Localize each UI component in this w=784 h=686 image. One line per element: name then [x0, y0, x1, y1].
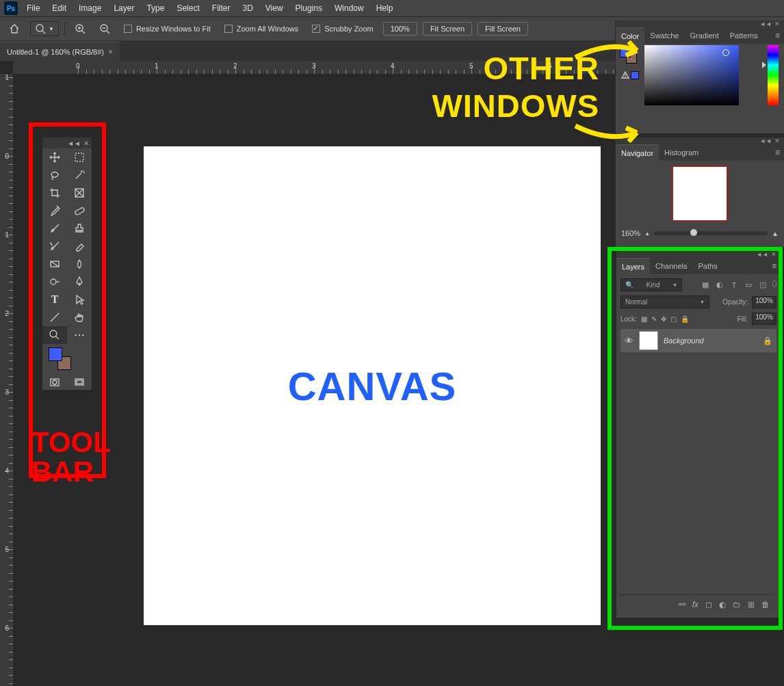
blur-tool[interactable]: [67, 255, 92, 273]
type-tool[interactable]: T: [42, 291, 67, 308]
eyedropper-tool[interactable]: [42, 202, 67, 220]
fill-screen-button[interactable]: Fill Screen: [478, 22, 528, 36]
opacity-input[interactable]: 100%: [752, 296, 776, 308]
filter-type-icon[interactable]: T: [729, 280, 739, 290]
zoom-tool-preset[interactable]: ▼: [30, 21, 59, 36]
layer-fx-icon[interactable]: fx: [692, 600, 698, 609]
filter-smart-icon[interactable]: ◫: [758, 280, 768, 290]
layer-item[interactable]: 👁 Background 🔒: [620, 329, 776, 352]
zoom-100-button[interactable]: 100%: [383, 22, 417, 36]
zoom-tool[interactable]: [42, 326, 67, 344]
fill-input[interactable]: 100%: [752, 313, 776, 325]
layer-name[interactable]: Background: [664, 337, 757, 345]
color-field[interactable]: [644, 45, 739, 105]
group-icon[interactable]: 🗀: [733, 600, 741, 609]
new-layer-icon[interactable]: ⊞: [748, 600, 755, 609]
document-tab[interactable]: Untitled-1 @ 160% (RGB/8#) ×: [0, 42, 120, 61]
zoom-out-button[interactable]: [95, 21, 114, 36]
close-tab-icon[interactable]: ×: [108, 47, 113, 57]
filter-toggle[interactable]: [772, 280, 776, 287]
path-select-tool[interactable]: [67, 291, 92, 308]
zoom-in-icon[interactable]: ▲: [772, 230, 779, 237]
home-button[interactable]: [4, 21, 25, 36]
scrubby-zoom-checkbox[interactable]: Scrubby Zoom: [308, 21, 378, 36]
lock-icon[interactable]: 🔒: [763, 337, 772, 345]
gamut-warning-icon[interactable]: [621, 71, 629, 79]
screen-mode-button[interactable]: [67, 375, 92, 390]
layer-mask-icon[interactable]: ◻: [705, 600, 712, 609]
line-tool[interactable]: [42, 308, 67, 326]
history-brush-tool[interactable]: [42, 237, 67, 255]
filter-pixel-icon[interactable]: ▦: [701, 280, 710, 290]
canvas[interactable]: CANVAS: [144, 146, 601, 625]
tab-swatches[interactable]: Swatche: [644, 27, 684, 44]
tab-histogram[interactable]: Histogram: [659, 144, 704, 161]
resize-windows-checkbox[interactable]: Resize Windows to Fit: [120, 21, 215, 36]
tab-paths[interactable]: Paths: [693, 258, 723, 274]
menu-edit[interactable]: Edit: [46, 1, 73, 16]
tab-layers[interactable]: Layers: [616, 258, 650, 274]
filter-adjust-icon[interactable]: ◐: [715, 280, 724, 290]
lock-position-icon[interactable]: ✥: [661, 315, 666, 323]
zoom-out-icon[interactable]: ▲: [644, 230, 650, 237]
filter-shape-icon[interactable]: ▭: [744, 280, 753, 290]
foreground-swatch[interactable]: [49, 347, 62, 361]
lasso-tool[interactable]: [42, 166, 67, 184]
hue-slider[interactable]: [768, 45, 779, 105]
collapse-icon[interactable]: ◄◄: [67, 140, 81, 147]
menu-select[interactable]: Select: [170, 1, 205, 16]
blend-mode-select[interactable]: Normal▼: [620, 295, 709, 308]
quick-mask-button[interactable]: [42, 375, 67, 390]
lock-artboard-icon[interactable]: ▢: [670, 315, 677, 323]
frame-tool[interactable]: [67, 184, 92, 202]
healing-tool[interactable]: [67, 202, 92, 220]
panel-menu-icon[interactable]: ≡: [771, 28, 784, 43]
zoom-all-checkbox[interactable]: Zoom All Windows: [220, 21, 302, 36]
stamp-tool[interactable]: [67, 220, 92, 237]
link-layers-icon[interactable]: ⚯: [679, 600, 685, 609]
marquee-tool[interactable]: [67, 148, 92, 166]
eraser-tool[interactable]: [67, 237, 92, 255]
lock-all-icon[interactable]: 🔒: [681, 315, 689, 323]
close-icon[interactable]: ✕: [771, 251, 776, 258]
menu-3d[interactable]: 3D: [236, 1, 259, 16]
collapse-icon[interactable]: ◄◄: [756, 251, 768, 258]
color-swatches[interactable]: [42, 344, 92, 375]
gradient-tool[interactable]: [42, 255, 67, 273]
close-icon[interactable]: ✕: [774, 137, 780, 144]
navigator-zoom-value[interactable]: 160%: [621, 229, 640, 237]
panel-menu-icon[interactable]: ≡: [771, 145, 784, 160]
collapse-icon[interactable]: ◄◄: [759, 21, 772, 27]
adjustment-layer-icon[interactable]: ◐: [719, 600, 726, 609]
fit-screen-button[interactable]: Fit Screen: [423, 22, 472, 36]
menu-view[interactable]: View: [259, 1, 289, 16]
delete-layer-icon[interactable]: 🗑: [761, 600, 770, 609]
crop-tool[interactable]: [42, 184, 67, 202]
websafe-swatch[interactable]: [631, 71, 639, 79]
layer-thumbnail[interactable]: [639, 331, 658, 350]
hand-tool[interactable]: [67, 308, 92, 326]
menu-image[interactable]: Image: [73, 1, 107, 16]
panel-menu-icon[interactable]: ≡: [768, 259, 781, 274]
navigator-zoom-slider[interactable]: [654, 231, 768, 235]
magic-wand-tool[interactable]: [67, 166, 92, 184]
visibility-toggle-icon[interactable]: 👁: [625, 336, 633, 346]
move-tool[interactable]: [42, 148, 67, 166]
close-icon[interactable]: ✕: [774, 21, 780, 27]
menu-type[interactable]: Type: [140, 1, 170, 16]
tab-channels[interactable]: Channels: [650, 258, 692, 274]
collapse-icon[interactable]: ◄◄: [759, 137, 772, 144]
dodge-tool[interactable]: [42, 273, 67, 291]
menu-help[interactable]: Help: [370, 1, 400, 16]
close-icon[interactable]: ✕: [83, 140, 89, 147]
menu-plugins[interactable]: Plugins: [289, 1, 328, 16]
lock-pixels-icon[interactable]: ▦: [641, 315, 647, 323]
menu-window[interactable]: Window: [328, 1, 370, 16]
more-tools[interactable]: ⋯: [67, 326, 92, 344]
menu-layer[interactable]: Layer: [107, 1, 140, 16]
brush-tool[interactable]: [42, 220, 67, 237]
tab-patterns[interactable]: Patterns: [724, 27, 763, 44]
menu-filter[interactable]: Filter: [206, 1, 237, 16]
navigator-thumbnail[interactable]: [672, 166, 727, 221]
zoom-in-button[interactable]: [70, 21, 90, 36]
